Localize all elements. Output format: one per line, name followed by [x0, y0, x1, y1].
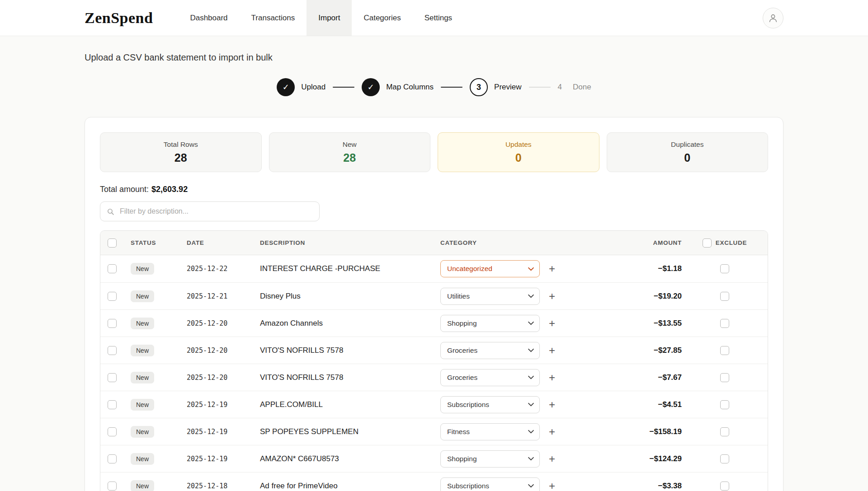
add-category-button[interactable]: +: [549, 345, 555, 356]
row-description: SP POPEYES SUPPLEMEN: [253, 427, 440, 436]
row-description: Amazon Channels: [253, 319, 440, 328]
category-select[interactable]: Shopping: [440, 450, 540, 468]
row-description: Ad free for PrimeVideo: [253, 482, 440, 491]
row-date: 2025-12-19: [178, 401, 253, 409]
nav-item-dashboard[interactable]: Dashboard: [178, 0, 239, 36]
nav-item-import[interactable]: Import: [307, 0, 352, 36]
row-amount: −$158.19: [602, 427, 682, 436]
status-badge: New: [131, 480, 154, 491]
row-amount: −$3.38: [602, 482, 682, 491]
exclude-checkbox[interactable]: [720, 373, 729, 382]
table-row: New 2025-12-20 VITO'S NOFRILLS 7578 Groc…: [100, 364, 768, 391]
exclude-checkbox[interactable]: [720, 319, 729, 328]
table-row: New 2025-12-19 APPLE.COM/BILL Subscripti…: [100, 391, 768, 418]
row-select-checkbox[interactable]: [108, 292, 117, 301]
category-select[interactable]: Fitness: [440, 423, 540, 440]
category-select[interactable]: Subscriptions: [440, 477, 540, 491]
exclude-checkbox[interactable]: [720, 264, 729, 273]
step-done-label: Done: [573, 83, 591, 92]
stepper-connector: [333, 87, 354, 88]
status-badge: New: [131, 318, 154, 329]
add-category-button[interactable]: +: [549, 291, 555, 302]
add-category-button[interactable]: +: [549, 263, 555, 274]
stat-new-label: New: [343, 140, 357, 149]
stat-duplicates: Duplicates 0: [607, 132, 769, 172]
add-category-button[interactable]: +: [549, 399, 555, 410]
nav-item-settings[interactable]: Settings: [413, 0, 464, 36]
row-select-checkbox[interactable]: [108, 427, 117, 436]
chevron-down-icon: [528, 321, 534, 325]
header-exclude: EXCLUDE: [716, 239, 747, 246]
user-avatar[interactable]: [763, 8, 783, 28]
row-date: 2025-12-18: [178, 482, 253, 490]
add-category-button[interactable]: +: [549, 372, 555, 383]
row-date: 2025-12-20: [178, 319, 253, 327]
category-select[interactable]: Subscriptions: [440, 396, 540, 413]
stepper-connector: [529, 87, 551, 88]
table-row: New 2025-12-19 AMAZON* C667U8573 Shoppin…: [100, 445, 768, 472]
add-category-button[interactable]: +: [549, 426, 555, 437]
row-select-checkbox[interactable]: [108, 319, 117, 328]
add-category-button[interactable]: +: [549, 318, 555, 329]
exclude-checkbox[interactable]: [720, 482, 729, 491]
exclude-checkbox[interactable]: [720, 427, 729, 436]
step-preview-label: Preview: [494, 83, 521, 92]
stat-updates-value: 0: [515, 151, 522, 164]
stat-total-rows-label: Total Rows: [164, 140, 198, 149]
add-category-button[interactable]: +: [549, 454, 555, 464]
row-description: Disney Plus: [253, 292, 440, 301]
table-body: New 2025-12-22 INTEREST CHARGE -PURCHASE…: [100, 255, 768, 491]
table-row: New 2025-12-19 SP POPEYES SUPPLEMEN Fitn…: [100, 418, 768, 445]
user-icon: [768, 13, 778, 23]
brand-logo[interactable]: ZenSpend: [85, 0, 153, 36]
row-select-checkbox[interactable]: [108, 373, 117, 382]
row-amount: −$19.20: [602, 292, 682, 301]
row-amount: −$7.67: [602, 373, 682, 382]
filter-search: [100, 201, 320, 221]
row-select-checkbox[interactable]: [108, 454, 117, 463]
category-select-label: Groceries: [447, 346, 477, 355]
table-header: STATUS DATE DESCRIPTION CATEGORY AMOUNT …: [100, 231, 768, 255]
step-map-columns-label: Map Columns: [386, 83, 434, 92]
header-amount: AMOUNT: [602, 239, 682, 246]
nav-item-categories[interactable]: Categories: [352, 0, 412, 36]
row-amount: −$27.85: [602, 346, 682, 355]
category-select[interactable]: Groceries: [440, 369, 540, 386]
step-preview: 3 Preview: [470, 78, 521, 96]
category-select[interactable]: Shopping: [440, 315, 540, 332]
row-select-checkbox[interactable]: [108, 482, 117, 491]
step-upload-circle: ✓: [277, 78, 295, 96]
filter-input[interactable]: [119, 207, 313, 216]
preview-card: Total Rows 28 New 28 Updates 0 Duplicate…: [85, 117, 783, 491]
exclude-checkbox[interactable]: [720, 346, 729, 355]
exclude-checkbox[interactable]: [720, 400, 729, 409]
check-icon: ✓: [368, 82, 374, 92]
row-description: AMAZON* C667U8573: [253, 454, 440, 463]
row-select-checkbox[interactable]: [108, 400, 117, 409]
exclude-all-checkbox[interactable]: [703, 238, 712, 248]
row-amount: −$13.55: [602, 319, 682, 328]
category-select[interactable]: Uncategorized: [440, 260, 540, 277]
stat-updates-label: Updates: [505, 140, 532, 149]
table-row: New 2025-12-20 Amazon Channels Shopping …: [100, 309, 768, 337]
stat-total-rows-value: 28: [175, 151, 187, 164]
exclude-checkbox[interactable]: [720, 292, 729, 301]
status-badge: New: [131, 290, 154, 302]
stat-updates: Updates 0: [438, 132, 599, 172]
chevron-down-icon: [528, 375, 534, 379]
category-select-label: Shopping: [447, 455, 477, 463]
stat-total-rows: Total Rows 28: [100, 132, 262, 172]
chevron-down-icon: [528, 484, 534, 488]
row-select-checkbox[interactable]: [108, 346, 117, 355]
select-all-checkbox[interactable]: [108, 238, 117, 248]
total-amount-label: Total amount:: [100, 185, 149, 194]
row-select-checkbox[interactable]: [108, 264, 117, 273]
category-select-label: Shopping: [447, 319, 477, 327]
category-select[interactable]: Utilities: [440, 288, 540, 305]
exclude-checkbox[interactable]: [720, 454, 729, 463]
add-category-button[interactable]: +: [549, 481, 555, 491]
category-select-label: Groceries: [447, 374, 477, 382]
step-done: 4 Done: [558, 83, 591, 92]
nav-item-transactions[interactable]: Transactions: [240, 0, 307, 36]
category-select[interactable]: Groceries: [440, 342, 540, 359]
